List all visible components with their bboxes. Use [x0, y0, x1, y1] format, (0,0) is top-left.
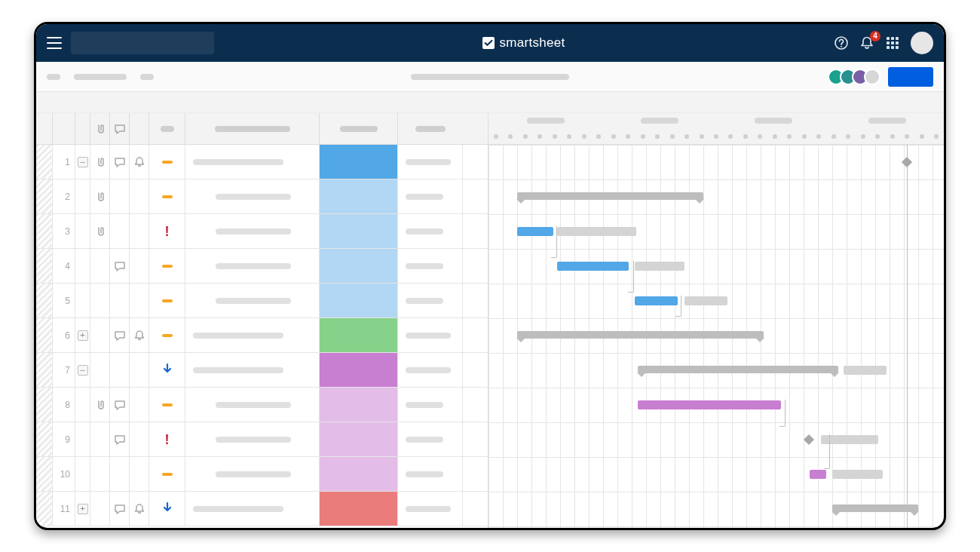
- menu-icon[interactable]: [47, 37, 62, 49]
- color-status-cell[interactable]: [320, 249, 398, 283]
- gantt-task-bar[interactable]: [810, 470, 827, 479]
- collapse-icon[interactable]: –: [78, 365, 88, 376]
- attachment-cell[interactable]: [90, 422, 110, 456]
- color-status-cell[interactable]: [320, 353, 398, 387]
- extra-cell[interactable]: [398, 422, 463, 456]
- status-cell[interactable]: [149, 318, 185, 352]
- gantt-task-bar[interactable]: [844, 366, 887, 375]
- sheet-title[interactable]: [411, 74, 569, 80]
- color-status-cell[interactable]: [320, 284, 398, 317]
- row-handle[interactable]: [36, 388, 53, 422]
- extra-cell[interactable]: [398, 214, 463, 248]
- attachment-cell[interactable]: [90, 284, 110, 317]
- color-status-cell[interactable]: [320, 388, 398, 422]
- table-row[interactable]: 8: [36, 388, 488, 422]
- attachment-cell[interactable]: [90, 492, 110, 526]
- col-attachment[interactable]: [90, 113, 110, 144]
- table-row[interactable]: 9!: [36, 422, 488, 457]
- comment-cell[interactable]: [110, 214, 130, 248]
- status-cell[interactable]: !: [149, 214, 185, 248]
- row-handle[interactable]: [36, 145, 53, 179]
- task-cell[interactable]: [185, 457, 320, 491]
- col-comment[interactable]: [110, 113, 130, 144]
- user-avatar[interactable]: [911, 32, 933, 54]
- status-cell[interactable]: [149, 145, 185, 179]
- reminder-cell[interactable]: [130, 388, 149, 422]
- help-icon[interactable]: [834, 35, 849, 51]
- table-row[interactable]: 10: [36, 457, 488, 492]
- task-cell[interactable]: [185, 284, 320, 317]
- reminder-cell[interactable]: [130, 457, 149, 491]
- attachment-cell[interactable]: [90, 145, 110, 179]
- attachment-cell[interactable]: [90, 388, 110, 422]
- status-cell[interactable]: [149, 492, 185, 526]
- reminder-cell[interactable]: [130, 145, 149, 179]
- reminder-cell[interactable]: [130, 179, 149, 213]
- table-row[interactable]: 3!: [36, 214, 488, 249]
- gantt-summary-bar[interactable]: [832, 504, 918, 512]
- col-extra[interactable]: [398, 113, 463, 144]
- task-cell[interactable]: [185, 492, 320, 526]
- expand-cell[interactable]: +: [75, 318, 90, 352]
- task-cell[interactable]: [185, 145, 320, 179]
- extra-cell[interactable]: [398, 179, 463, 213]
- task-cell[interactable]: [185, 318, 320, 352]
- status-cell[interactable]: [149, 284, 185, 317]
- reminder-cell[interactable]: [130, 318, 149, 352]
- gantt-task-bar[interactable]: [638, 400, 781, 409]
- comment-cell[interactable]: [110, 492, 130, 526]
- task-cell[interactable]: [185, 249, 320, 283]
- color-status-cell[interactable]: [320, 318, 398, 352]
- task-cell[interactable]: [185, 214, 320, 248]
- share-button[interactable]: [888, 67, 933, 87]
- gantt-task-bar[interactable]: [517, 227, 553, 236]
- comment-cell[interactable]: [110, 388, 130, 422]
- attachment-cell[interactable]: [90, 457, 110, 491]
- task-cell[interactable]: [185, 388, 320, 422]
- comment-cell[interactable]: [110, 457, 130, 491]
- comment-cell[interactable]: [110, 249, 130, 283]
- task-cell[interactable]: [185, 179, 320, 213]
- collapse-icon[interactable]: –: [78, 157, 88, 167]
- attachment-cell[interactable]: [90, 249, 110, 283]
- gantt-task-bar[interactable]: [635, 262, 685, 271]
- attachment-cell[interactable]: [90, 353, 110, 387]
- task-cell[interactable]: [185, 422, 320, 456]
- row-handle[interactable]: [36, 353, 53, 387]
- reminder-cell[interactable]: [130, 492, 149, 526]
- gantt-task-bar[interactable]: [635, 296, 678, 305]
- gantt-milestone[interactable]: [804, 434, 814, 445]
- reminder-cell[interactable]: [130, 353, 149, 387]
- comment-cell[interactable]: [110, 422, 130, 456]
- toolbar-item[interactable]: [74, 74, 127, 80]
- extra-cell[interactable]: [398, 284, 463, 317]
- status-cell[interactable]: [149, 353, 185, 387]
- notifications-icon[interactable]: 4: [859, 35, 874, 51]
- gantt-panel[interactable]: [488, 113, 944, 528]
- col-color-status[interactable]: [320, 113, 398, 144]
- expand-icon[interactable]: +: [78, 330, 88, 341]
- attachment-cell[interactable]: [90, 179, 110, 213]
- status-cell[interactable]: [149, 179, 185, 213]
- table-row[interactable]: 7–: [36, 353, 488, 388]
- color-status-cell[interactable]: [320, 422, 398, 456]
- task-cell[interactable]: [185, 353, 320, 387]
- row-handle[interactable]: [36, 179, 53, 213]
- color-status-cell[interactable]: [320, 145, 398, 179]
- gantt-task-bar[interactable]: [832, 470, 883, 479]
- table-row[interactable]: 4: [36, 249, 488, 284]
- extra-cell[interactable]: [398, 492, 463, 526]
- status-cell[interactable]: [149, 249, 185, 283]
- comment-cell[interactable]: [110, 284, 130, 317]
- expand-cell[interactable]: –: [75, 145, 90, 179]
- extra-cell[interactable]: [398, 249, 463, 283]
- row-handle[interactable]: [36, 214, 53, 248]
- gantt-body[interactable]: [488, 145, 944, 528]
- color-status-cell[interactable]: [320, 492, 398, 526]
- reminder-cell[interactable]: [130, 214, 149, 248]
- gantt-summary-bar[interactable]: [517, 331, 764, 339]
- row-handle[interactable]: [36, 457, 53, 491]
- status-cell[interactable]: [149, 457, 185, 491]
- reminder-cell[interactable]: [130, 422, 149, 456]
- color-status-cell[interactable]: [320, 179, 398, 213]
